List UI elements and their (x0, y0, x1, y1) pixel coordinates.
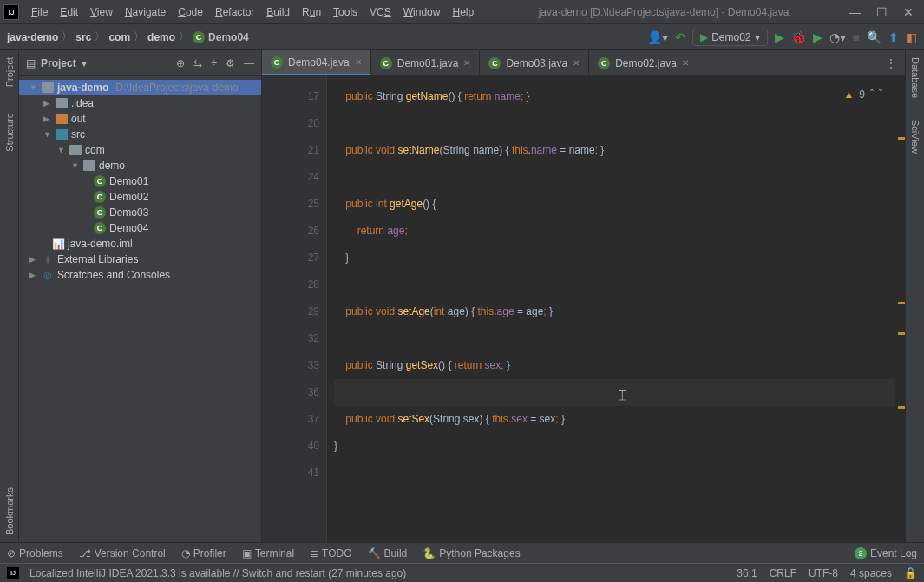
project-panel-title[interactable]: Project (41, 57, 76, 69)
problems-tool[interactable]: ⊘Problems (7, 547, 63, 559)
code-content[interactable]: public String getName() { return name; }… (327, 76, 895, 542)
project-tree[interactable]: ▼ java-demo D:\IdeaProjects\java-demo ▶ … (19, 76, 261, 542)
tree-src[interactable]: ▼ src (19, 127, 261, 142)
search-icon[interactable]: 🔍 (867, 30, 881, 44)
python-packages-tool[interactable]: 🐍Python Packages (423, 547, 520, 559)
line-number[interactable]: 26 (262, 218, 319, 245)
status-message[interactable]: Localized IntelliJ IDEA 2021.3.3 is avai… (29, 567, 406, 579)
breadcrumb-project[interactable]: java-demo (7, 31, 58, 43)
line-number[interactable]: 24 (262, 164, 319, 191)
database-tool-button[interactable]: Database (910, 57, 921, 98)
ide-settings-icon[interactable]: ◧ (906, 30, 917, 44)
readonly-icon[interactable]: 🔓 (904, 567, 917, 579)
expand-all-icon[interactable]: ⇆ (193, 57, 202, 69)
select-opened-icon[interactable]: ⊕ (176, 57, 185, 69)
tab-demo01[interactable]: C Demo01.java ✕ (371, 50, 481, 75)
indent-info[interactable]: 4 spaces (850, 567, 892, 579)
undo-icon[interactable]: ↶ (675, 30, 685, 44)
chevron-up-icon[interactable]: ˆ (870, 82, 874, 108)
line-number[interactable]: 17 (262, 83, 319, 110)
minimize-button[interactable]: — (849, 5, 861, 19)
menu-tools[interactable]: Tools (328, 4, 363, 20)
update-icon[interactable]: ⬆ (888, 30, 899, 44)
tree-idea[interactable]: ▶ .idea (19, 95, 261, 111)
run-button[interactable]: ▶ (775, 30, 784, 44)
menu-window[interactable]: Window (398, 4, 446, 20)
build-tool[interactable]: 🔨Build (368, 547, 408, 559)
menu-build[interactable]: Build (261, 4, 295, 20)
tree-demo[interactable]: ▼ demo (19, 158, 261, 173)
coverage-button[interactable]: ▶̣ (813, 30, 822, 44)
tab-menu-icon[interactable]: ⋮ (877, 57, 905, 69)
maximize-button[interactable]: ☐ (876, 5, 888, 19)
close-tab-icon[interactable]: ✕ (463, 58, 470, 68)
tab-demo03[interactable]: C Demo03.java ✕ (480, 50, 589, 75)
version-control-tool[interactable]: ⎇Version Control (79, 547, 166, 559)
caret-position[interactable]: 36:1 (737, 567, 757, 579)
profiler-tool[interactable]: ◔Profiler (181, 547, 226, 559)
tree-demo01[interactable]: C Demo01 (19, 173, 261, 189)
profile-button[interactable]: ◔▾ (829, 30, 846, 44)
menu-navigate[interactable]: Navigate (120, 4, 171, 20)
tree-demo04[interactable]: C Demo04 (19, 220, 261, 236)
close-tab-icon[interactable]: ✕ (573, 58, 580, 68)
close-button[interactable]: ✕ (903, 5, 914, 19)
todo-tool[interactable]: ≣TODO (310, 547, 351, 559)
menu-file[interactable]: File (26, 4, 53, 20)
tree-com[interactable]: ▼ com (19, 142, 261, 158)
line-number[interactable]: 29 (262, 298, 319, 325)
tree-out[interactable]: ▶ out (19, 111, 261, 127)
debug-button[interactable]: 🐞 (791, 30, 806, 44)
menu-edit[interactable]: Edit (55, 4, 83, 20)
tree-demo02[interactable]: C Demo02 (19, 189, 261, 205)
bookmarks-tool-button[interactable]: Bookmarks (4, 487, 15, 535)
line-number[interactable]: 20 (262, 110, 319, 137)
menu-run[interactable]: Run (297, 4, 326, 20)
breadcrumb-demo[interactable]: demo (147, 31, 175, 43)
tree-iml[interactable]: 📊 java-demo.iml (19, 236, 261, 252)
line-number[interactable]: 28 (262, 271, 319, 298)
error-stripe[interactable] (895, 76, 905, 542)
project-tool-button[interactable]: Project (4, 57, 15, 87)
menu-vcs[interactable]: VCS (364, 4, 396, 20)
close-tab-icon[interactable]: ✕ (682, 58, 689, 68)
terminal-tool[interactable]: ▣Terminal (242, 547, 294, 559)
line-number[interactable]: 25 (262, 191, 319, 218)
menu-help[interactable]: Help (447, 4, 479, 20)
tree-external-libs[interactable]: ▶ ⫴ External Libraries (19, 252, 261, 267)
sciview-tool-button[interactable]: SciView (910, 120, 921, 154)
chevron-down-icon[interactable]: ▾ (82, 57, 87, 69)
add-user-icon[interactable]: 👤▾ (647, 30, 668, 44)
menu-refactor[interactable]: Refactor (210, 4, 259, 20)
line-number[interactable]: 36 (262, 379, 319, 406)
gutter[interactable]: 17 20 21 24 25 26 27 28 29 32 33 36 37 4… (262, 76, 327, 542)
hide-panel-icon[interactable]: — (244, 57, 254, 69)
ij-logo-icon[interactable]: IJ (7, 567, 19, 579)
line-number[interactable]: 37 (262, 406, 319, 433)
settings-icon[interactable]: ⚙ (226, 57, 235, 69)
tab-demo04[interactable]: C Demo04.java ✕ (262, 50, 371, 75)
menu-code[interactable]: Code (173, 4, 208, 20)
collapse-icon[interactable]: ÷ (211, 57, 217, 69)
code-editor[interactable]: 17 20 21 24 25 26 27 28 29 32 33 36 37 4… (262, 76, 905, 542)
tree-scratches[interactable]: ▶ ◎ Scratches and Consoles (19, 267, 261, 283)
tab-demo02[interactable]: C Demo02.java ✕ (589, 50, 698, 75)
line-number[interactable]: 40 (262, 433, 319, 460)
stop-button[interactable]: ■ (853, 30, 860, 44)
line-separator[interactable]: CRLF (770, 567, 796, 579)
line-number[interactable]: 21 (262, 137, 319, 164)
breadcrumb-com[interactable]: com (108, 31, 130, 43)
breadcrumb-class[interactable]: C Demo04 (193, 31, 249, 43)
inspection-widget[interactable]: ▲ 9 ˆ ˇ (843, 82, 882, 108)
menu-view[interactable]: View (85, 4, 118, 20)
tree-root[interactable]: ▼ java-demo D:\IdeaProjects\java-demo (19, 80, 261, 95)
breadcrumb-src[interactable]: src (75, 31, 91, 43)
run-config-selector[interactable]: ▶ Demo02 ▾ (692, 29, 767, 46)
tree-demo03[interactable]: C Demo03 (19, 205, 261, 220)
event-log-tool[interactable]: 2 Event Log (855, 547, 917, 559)
close-tab-icon[interactable]: ✕ (355, 57, 362, 67)
line-number[interactable]: 33 (262, 352, 319, 379)
file-encoding[interactable]: UTF-8 (809, 567, 838, 579)
structure-tool-button[interactable]: Structure (4, 113, 15, 152)
line-number[interactable]: 32 (262, 325, 319, 352)
